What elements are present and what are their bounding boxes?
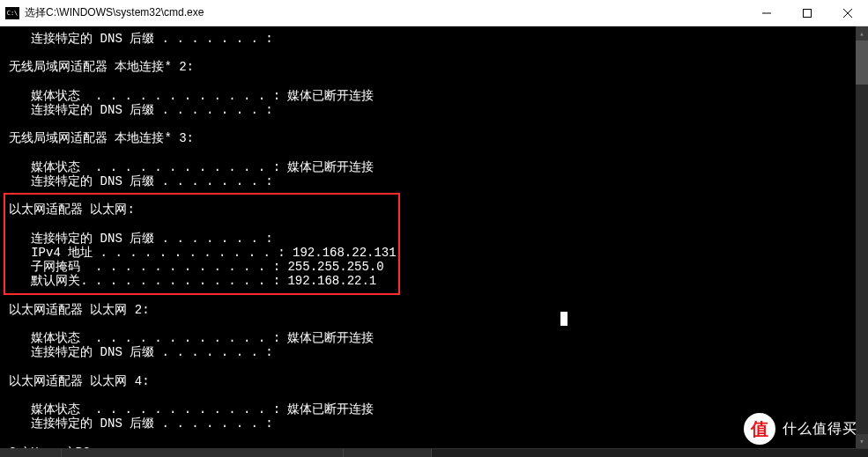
scroll-down-button[interactable]: ▾: [856, 434, 868, 448]
maximize-button[interactable]: [787, 0, 827, 26]
maximize-icon: [803, 9, 812, 18]
title-left: 选择C:\WINDOWS\system32\cmd.exe: [0, 5, 204, 20]
taskbar-segment[interactable]: [62, 449, 344, 457]
console-area[interactable]: 连接特定的 DNS 后缀 . . . . . . . : 无线局域网适配器 本地…: [0, 26, 856, 448]
minimize-button[interactable]: [746, 0, 787, 26]
watermark: 值 什么值得买: [744, 413, 857, 445]
taskbar-segment[interactable]: [0, 449, 62, 457]
selection-cursor: [560, 312, 568, 326]
title-bar: 选择C:\WINDOWS\system32\cmd.exe: [0, 0, 868, 26]
console-output: 连接特定的 DNS 后缀 . . . . . . . : 无线局域网适配器 本地…: [9, 32, 847, 448]
window-controls: [746, 0, 868, 26]
taskbar-segment[interactable]: [344, 449, 432, 457]
scroll-thumb[interactable]: [856, 41, 868, 85]
close-icon: [843, 9, 852, 18]
vertical-scrollbar[interactable]: ▴ ▾: [856, 26, 868, 448]
close-button[interactable]: [827, 0, 868, 26]
taskbar: [0, 448, 868, 457]
scroll-up-button[interactable]: ▴: [856, 26, 868, 41]
chevron-down-icon: ▾: [859, 437, 864, 446]
watermark-text: 什么值得买: [783, 422, 857, 437]
window-title: 选择C:\WINDOWS\system32\cmd.exe: [25, 5, 204, 20]
watermark-icon: 值: [744, 413, 775, 445]
cmd-icon: [5, 7, 19, 19]
chevron-up-icon: ▴: [859, 29, 864, 39]
minimize-icon: [762, 9, 771, 18]
svg-rect-1: [804, 9, 812, 17]
